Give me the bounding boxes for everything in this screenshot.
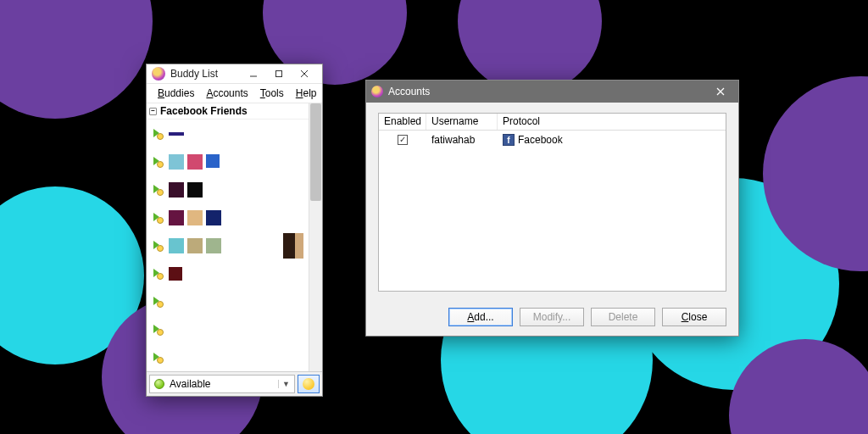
buddy-item[interactable] <box>147 147 309 175</box>
status-selector[interactable]: Available ▼ <box>149 375 295 393</box>
buddy-list-titlebar[interactable]: Buddy List <box>147 64 322 84</box>
buddy-name <box>169 210 303 225</box>
buddy-name-redaction <box>206 154 220 168</box>
buddy-name-redaction <box>187 182 203 198</box>
buddy-name-redaction <box>187 238 203 253</box>
maximize-button[interactable] <box>266 64 292 83</box>
accounts-table-header: Enabled Username Protocol <box>379 114 726 131</box>
buddy-name-redaction <box>169 238 184 253</box>
buddy-list[interactable]: − Facebook Friends <box>147 103 309 371</box>
buddy-online-icon <box>152 212 164 224</box>
facebook-icon: f <box>503 134 515 146</box>
add-button[interactable]: Add... <box>448 308 513 326</box>
buddy-name <box>169 267 303 281</box>
buddy-list-menubar: Buddies Accounts Tools Help <box>147 84 322 103</box>
buddy-name <box>169 132 303 136</box>
buddy-name-redaction <box>169 210 184 225</box>
smiley-icon <box>303 378 314 390</box>
buddy-item[interactable] <box>147 175 309 203</box>
buddy-name-redaction <box>169 154 184 170</box>
pidgin-app-icon <box>371 86 383 97</box>
check-icon: ✓ <box>399 136 406 144</box>
delete-button[interactable]: Delete <box>591 308 655 326</box>
buddy-item[interactable] <box>147 120 309 147</box>
menu-help[interactable]: Help <box>290 86 323 101</box>
collapse-icon[interactable]: − <box>149 108 157 115</box>
account-username: fatiwahab <box>426 134 498 146</box>
buddy-list-window: Buddy List Buddies Accounts Tools Help −… <box>146 64 323 397</box>
buddy-name-redaction <box>206 210 221 225</box>
menu-accounts[interactable]: Accounts <box>200 86 253 101</box>
buddy-name-redaction <box>187 154 203 170</box>
accounts-window: Accounts Enabled Username Protocol ✓ fat… <box>365 80 739 337</box>
accounts-button-row: Add... Modify... Delete Close <box>366 302 738 336</box>
buddy-name <box>169 182 303 198</box>
buddy-item[interactable] <box>147 203 309 231</box>
pidgin-app-icon <box>152 67 165 81</box>
mood-button[interactable] <box>298 375 320 393</box>
status-label: Available <box>170 378 273 390</box>
col-header-enabled[interactable]: Enabled <box>379 114 426 130</box>
buddy-item[interactable] <box>147 287 309 315</box>
close-button[interactable] <box>292 64 317 83</box>
buddy-name <box>169 154 303 170</box>
svg-rect-1 <box>276 71 282 77</box>
buddy-group-label: Facebook Friends <box>160 105 248 117</box>
status-bar: Available ▼ <box>147 371 322 396</box>
modify-button[interactable]: Modify... <box>520 308 584 326</box>
col-header-protocol[interactable]: Protocol <box>498 114 726 130</box>
buddy-name-redaction <box>187 210 203 225</box>
buddy-name <box>169 238 278 253</box>
buddy-item[interactable] <box>147 259 309 287</box>
account-row[interactable]: ✓ fatiwahab f Facebook <box>379 131 726 149</box>
accounts-titlebar[interactable]: Accounts <box>366 81 738 103</box>
close-accounts-button[interactable]: Close <box>662 308 726 326</box>
buddy-online-icon <box>152 352 164 364</box>
menu-buddies[interactable]: Buddies <box>152 86 200 101</box>
buddy-avatar <box>283 233 303 259</box>
scrollbar-thumb[interactable] <box>310 103 321 201</box>
buddy-item[interactable] <box>147 343 309 371</box>
chevron-down-icon: ▼ <box>278 380 290 388</box>
accounts-title: Accounts <box>388 86 708 97</box>
buddy-online-icon <box>152 296 164 308</box>
accounts-table[interactable]: Enabled Username Protocol ✓ fatiwahab f … <box>378 113 726 292</box>
buddy-item[interactable] <box>147 315 309 343</box>
enabled-checkbox[interactable]: ✓ <box>398 135 408 145</box>
buddy-online-icon <box>152 240 164 252</box>
buddy-group-header[interactable]: − Facebook Friends <box>147 103 309 120</box>
minimize-button[interactable] <box>241 64 266 83</box>
buddy-name-redaction <box>169 182 184 198</box>
close-button[interactable] <box>708 83 733 100</box>
buddy-list-title: Buddy List <box>170 68 241 80</box>
buddy-online-icon <box>152 268 164 280</box>
menu-tools[interactable]: Tools <box>254 86 290 101</box>
buddy-online-icon <box>152 184 164 196</box>
wallpaper-circle <box>0 0 153 119</box>
account-protocol: Facebook <box>518 134 563 146</box>
buddy-list-scrollbar[interactable] <box>309 103 322 371</box>
buddy-name-redaction <box>169 267 182 281</box>
available-status-icon <box>154 379 164 389</box>
buddy-online-icon <box>152 128 164 140</box>
buddy-online-icon <box>152 324 164 336</box>
buddy-item[interactable] <box>147 231 309 259</box>
buddy-name-redaction <box>169 132 184 136</box>
buddy-name-redaction <box>206 238 221 253</box>
buddy-online-icon <box>152 156 164 168</box>
accounts-body: Enabled Username Protocol ✓ fatiwahab f … <box>366 103 738 302</box>
col-header-username[interactable]: Username <box>426 114 498 130</box>
